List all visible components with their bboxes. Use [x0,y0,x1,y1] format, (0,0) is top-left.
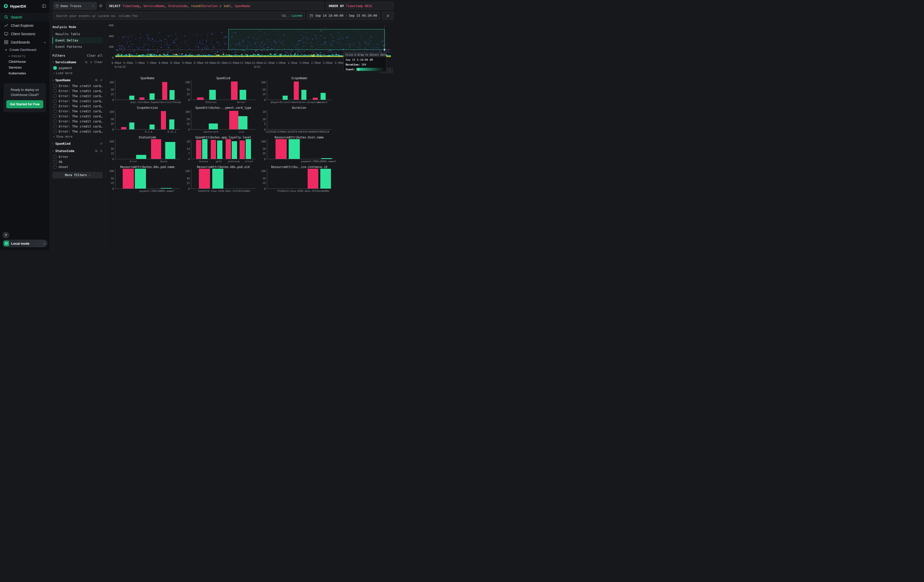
filter-group-header[interactable]: ▾ServiceNameClear [52,58,103,65]
filter-checkbox-row[interactable]: Error: The credit card (… [52,99,103,104]
analysis-mode-option-event-patterns[interactable]: Event Patterns [52,43,103,50]
filter-checkbox-row[interactable]: Unset [52,164,103,169]
local-mode-button[interactable]: U Local mode › [3,240,47,247]
pin-icon[interactable] [89,61,92,64]
checkbox[interactable] [53,84,57,87]
bar-green[interactable] [209,124,218,129]
mini-chart-plot[interactable] [267,139,332,159]
pin-icon[interactable] [100,150,103,153]
search-icon[interactable] [95,150,98,153]
bar-green[interactable] [246,139,251,159]
run-query-button[interactable] [382,12,394,20]
bar-green[interactable] [301,90,306,100]
bar-pink[interactable] [161,111,166,129]
source-select[interactable]: Demo Traces [53,2,97,10]
help-button[interactable]: ? [3,232,9,238]
mini-chart-plot[interactable] [115,80,180,100]
sidebar-item-chart-explorer[interactable]: Chart Explorer [0,21,50,30]
checkbox[interactable] [53,99,57,103]
filter-checkbox-row[interactable]: Error [52,154,103,159]
checkbox[interactable] [53,125,57,128]
filter-checkbox-row[interactable]: Error: The credit card (… [52,119,103,124]
checkbox[interactable]: ✓ [53,66,57,69]
pin-icon[interactable] [100,142,103,145]
mini-chart-plot[interactable] [115,110,180,130]
bar-green[interactable] [135,169,146,188]
analysis-mode-option-event-deltas[interactable]: Event Deltas [52,37,103,43]
bar-green[interactable] [202,139,208,159]
checkbox[interactable] [53,89,57,92]
sidebar-item-dashboards[interactable]: Dashboards ▴ [0,38,50,46]
sidebar-item-create-dashboard[interactable]: Create Dashboard [0,46,50,53]
pin-icon[interactable] [100,79,103,82]
filter-group-header[interactable]: ▾SpanName [52,76,103,83]
bar-green[interactable] [170,90,175,100]
bar-green[interactable] [129,122,134,129]
next-page-button[interactable]: › [387,68,393,73]
bar-green[interactable] [238,116,248,129]
sidebar-item-clickhouse[interactable]: ClickHouse [0,59,50,64]
search-input[interactable] [56,14,279,18]
bar-green[interactable] [165,142,175,159]
bar-pink[interactable] [231,81,238,100]
date-range-picker[interactable]: Sep 14 18:00:00 - Sep 15 05:30:00 [307,12,380,20]
bar-green[interactable] [320,169,331,188]
lucene-mode-toggle[interactable]: Lucene [292,14,302,18]
bar-pink[interactable] [199,169,210,188]
filter-checkbox-row[interactable]: Error: The credit card (… [52,124,103,129]
filter-checkbox-row[interactable]: ✓payment [52,65,103,70]
sidebar-item-search[interactable]: Search [0,13,50,21]
bar-pink[interactable] [226,139,231,159]
mini-chart-plot[interactable] [267,169,332,189]
sql-query-editor[interactable]: SELECT Timestamp, ServiceName, StatusCod… [106,2,324,10]
search-icon[interactable] [85,61,88,64]
bar-green[interactable] [217,140,223,159]
bar-green[interactable] [129,96,134,100]
mini-chart-plot[interactable] [191,139,256,159]
filter-checkbox-row[interactable]: Ok [52,159,103,164]
sidebar-item-kubernetes[interactable]: Kubernetes [0,70,50,76]
bar-pink[interactable] [313,98,318,100]
filter-checkbox-row[interactable]: Error: The credit card (… [52,129,103,134]
checkbox[interactable] [53,160,57,163]
checkbox[interactable] [53,94,57,98]
sidebar-item-client-sessions[interactable]: Client Sessions [0,30,50,38]
collapse-sidebar-icon[interactable] [42,4,46,8]
bar-pink[interactable] [211,140,216,159]
mini-chart-plot[interactable] [115,169,180,189]
bar-green[interactable] [150,93,155,100]
checkbox[interactable] [53,110,57,113]
mini-chart-plot[interactable] [115,139,180,159]
bar-green[interactable] [136,155,146,159]
bar-green[interactable] [150,125,155,129]
bar-pink[interactable] [308,169,318,188]
clear-all-button[interactable]: Clear all [87,54,103,58]
filter-checkbox-row[interactable]: Error: The credit card (… [52,114,103,119]
order-by-editor[interactable]: ORDER BY Timestamp DESC [326,2,394,10]
bar-pink[interactable] [151,139,161,159]
checkbox[interactable] [53,120,57,123]
filter-checkbox-row[interactable]: Error: The credit card (… [52,109,103,114]
gear-icon[interactable] [99,4,104,8]
bar-pink[interactable] [139,97,144,100]
bar-green[interactable] [232,141,237,159]
mini-chart-plot[interactable] [191,169,256,189]
search-icon[interactable] [95,79,98,82]
sidebar-item-services[interactable]: Services [0,64,50,70]
sql-mode-toggle[interactable]: SQL [282,14,287,18]
more-filters-button[interactable]: More filters ▾ [52,172,103,178]
bar-pink[interactable] [229,111,238,129]
load-more[interactable]: ▸Load more [52,70,103,76]
bar-pink[interactable] [162,82,167,100]
checkbox[interactable] [53,115,57,118]
bar-green[interactable] [320,93,326,100]
filter-group-header[interactable]: ▾StatusCode [52,147,103,154]
bar-green[interactable] [289,139,300,159]
bar-green[interactable] [283,96,288,100]
filter-group-header[interactable]: ▸SpanKind [52,140,103,147]
mini-chart-plot[interactable] [191,80,256,100]
bar-pink[interactable] [294,81,299,100]
bar-pink[interactable] [196,140,201,159]
checkbox[interactable] [53,130,57,133]
checkbox[interactable] [53,155,57,158]
